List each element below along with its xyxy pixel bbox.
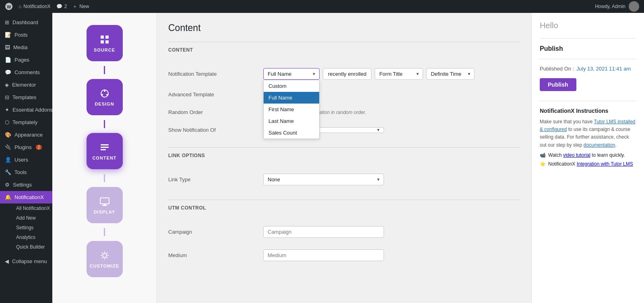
sidebar-item-media[interactable]: 🖼 Media [0, 41, 52, 54]
definite-time-dropdown[interactable]: Definite Time ▼ [426, 68, 475, 80]
step-content[interactable]: CONTENT [52, 129, 157, 173]
admin-bar-right: Howdy, Admin [595, 1, 639, 12]
recently-enrolled-badge: recently enrolled [323, 68, 372, 80]
step-source-label: SOURCE [94, 48, 115, 52]
option-first-name[interactable]: First Name [264, 104, 319, 115]
sidebar-item-users[interactable]: 👤 Users [0, 154, 52, 166]
elementor-icon: ◈ [5, 82, 9, 88]
form-title-chevron-icon: ▼ [415, 72, 419, 76]
site-name-item[interactable]: ⌂ NotificationX [19, 4, 51, 9]
doc-link[interactable]: documentation [584, 142, 615, 148]
integration-item: ⭐ NotificationX Integration with Tutor L… [540, 161, 636, 167]
sidebar-item-tools[interactable]: 🔧 Tools [0, 166, 52, 178]
sidebar-item-comments[interactable]: 💬 Comments [0, 66, 52, 79]
step-content-card: CONTENT [87, 133, 123, 169]
new-item[interactable]: ＋ New [72, 3, 89, 10]
publish-button[interactable]: Publish [540, 78, 576, 91]
sidebar-item-plugins[interactable]: 🔌 Plugins 2 [0, 141, 52, 154]
integration-link[interactable]: Integration with Tutor LMS [577, 161, 633, 167]
comments-item[interactable]: 💬 2 [56, 4, 67, 9]
sidebar-item-templates[interactable]: ⊟ Templates [0, 91, 52, 104]
sidebar-sub-analytics[interactable]: Analytics [11, 232, 52, 242]
tools-icon: 🔧 [5, 169, 11, 175]
notification-template-dropdown-wrapper[interactable]: Full Name ▼ Custom Full Name First Name … [263, 68, 320, 80]
source-icon [99, 34, 110, 45]
wp-logo-item[interactable]: W [5, 2, 13, 10]
plugins-badge: 2 [36, 145, 42, 150]
step-customize-label: CUSTOMIZE [90, 264, 120, 268]
sidebar-item-elementor[interactable]: ◈ Elementor [0, 79, 52, 91]
step-design[interactable]: DESIGN [52, 75, 157, 119]
utm-section-header: UTM CONTROL [168, 199, 520, 214]
video-tutorial-item: 📹 Watch video tutorial to learn quickly. [540, 152, 636, 158]
sidebar-item-notificationx[interactable]: 🔔 NotificationX [0, 191, 52, 203]
sidebar-item-essential-addons[interactable]: ✦ Essential Addons [0, 104, 52, 116]
sidebar-item-settings[interactable]: ⚙ Settings [0, 178, 52, 191]
step-source-card: SOURCE [87, 25, 123, 61]
link-type-dropdown[interactable]: None ▼ [263, 174, 384, 185]
step-display[interactable]: DISPLAY [52, 183, 157, 227]
sidebar-label-media: Media [13, 44, 27, 50]
notification-template-dropdown[interactable]: Full Name ▼ [263, 68, 320, 80]
notification-template-controls: Full Name ▼ Custom Full Name First Name … [263, 68, 520, 80]
media-icon: 🖼 [5, 44, 10, 50]
step-display-card: DISPLAY [87, 187, 123, 223]
sidebar-item-templately[interactable]: ⬡ Templately [0, 116, 52, 129]
option-last-name[interactable]: Last Name [264, 115, 319, 127]
link-type-dropdown-wrapper[interactable]: None ▼ [263, 174, 384, 185]
medium-label: Medium [168, 252, 257, 258]
form-title-dropdown-wrapper[interactable]: Form Title ▼ [375, 68, 423, 80]
svg-text:W: W [7, 4, 11, 9]
instructions-section: NotificationX Instructions Make sure tha… [540, 108, 636, 167]
sidebar-sub-all[interactable]: All NotificationX [11, 203, 52, 213]
option-sales-count[interactable]: Sales Count [264, 127, 319, 139]
form-title-dropdown[interactable]: Form Title ▼ [375, 68, 423, 80]
comments-nav-icon: 💬 [5, 69, 11, 75]
campaign-input[interactable] [263, 226, 384, 238]
content-section-header: CONTENT [168, 42, 520, 56]
random-order-label: Random Order [168, 109, 257, 115]
medium-input[interactable] [263, 249, 384, 261]
plugins-icon: 🔌 [5, 144, 11, 150]
svg-rect-4 [101, 40, 104, 44]
sidebar-item-dashboard[interactable]: ⊞ Dashboard [0, 16, 52, 29]
svg-rect-15 [102, 205, 107, 206]
sidebar-item-appearance[interactable]: 🎨 Appearance [0, 129, 52, 141]
sidebar-label-dashboard: Dashboard [12, 19, 38, 25]
sidebar-sub-add-new[interactable]: Add New [11, 213, 52, 223]
avatar [629, 1, 639, 12]
wp-logo-icon: W [5, 2, 13, 10]
step-customize[interactable]: CUSTOMIZE [52, 237, 157, 281]
step-customize-card: CUSTOMIZE [87, 241, 123, 277]
sidebar-item-pages[interactable]: 📄 Pages [0, 54, 52, 66]
sidebar-collapse[interactable]: ◀ Collapse menu [0, 255, 52, 268]
svg-rect-12 [101, 149, 106, 150]
sidebar-label-plugins: Plugins [14, 144, 32, 150]
sidebar-item-posts[interactable]: 📝 Posts [0, 29, 52, 41]
sidebar-label-appearance: Appearance [14, 132, 43, 138]
show-notification-label: Show Notification Of [168, 127, 257, 133]
video-icon: 📹 [540, 152, 546, 158]
show-notification-row: Show Notification Of ▼ [168, 121, 520, 139]
step-content-label: CONTENT [92, 156, 116, 160]
content-icon [99, 142, 110, 153]
step-design-card: DESIGN [87, 79, 123, 115]
instructions-text-start: Make sure that you have [540, 119, 592, 125]
medium-row: Medium [168, 244, 520, 267]
notification-template-label: Notification Template [168, 71, 257, 77]
svg-point-16 [103, 253, 107, 257]
sidebar-label-comments: Comments [14, 69, 40, 75]
video-tutorial-link[interactable]: video tutorial [563, 152, 590, 158]
sidebar-sub-settings[interactable]: Settings [11, 223, 52, 232]
option-full-name[interactable]: Full Name [264, 92, 319, 104]
definite-time-dropdown-wrapper[interactable]: Definite Time ▼ [426, 68, 475, 80]
posts-icon: 📝 [5, 32, 11, 38]
definite-time-value: Definite Time [431, 71, 461, 77]
sub-analytics-label: Analytics [16, 235, 35, 240]
sidebar-label-essential-addons: Essential Addons [12, 107, 52, 113]
step-source[interactable]: SOURCE [52, 21, 157, 65]
link-options-section-header: LINK OPTIONS [168, 147, 520, 162]
option-custom[interactable]: Custom [264, 80, 319, 92]
content-area: SOURCE DESIGN [52, 13, 644, 303]
sidebar-sub-quick-builder[interactable]: Quick Builder [11, 242, 52, 252]
